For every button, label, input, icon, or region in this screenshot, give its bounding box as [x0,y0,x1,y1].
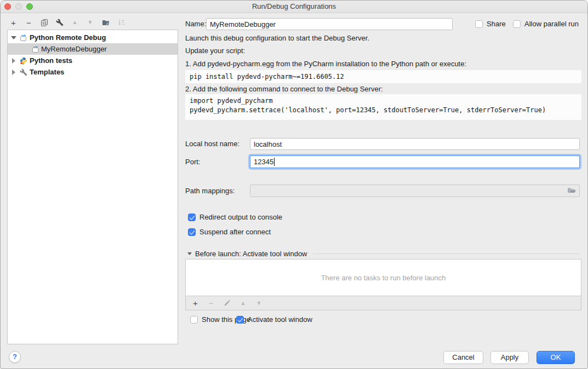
activate-tool-window-label: Activate tool window [248,315,312,324]
port-value: 12345 [254,158,273,166]
local-host-name-input[interactable] [250,138,580,150]
tree-item-python-tests[interactable]: Python tests [8,55,178,66]
browse-folder-icon[interactable] [567,187,576,195]
remote-debug-config-icon [32,45,39,53]
add-configuration-icon[interactable]: + [8,17,19,28]
close-window-button[interactable] [4,3,11,10]
sort-configurations-icon [116,17,126,28]
copy-configuration-icon[interactable] [39,17,49,28]
name-label: Name: [185,18,206,30]
share-checkbox-row: Share [475,20,506,28]
chevron-collapsed-icon[interactable] [12,58,15,64]
tree-item-python-remote-debug[interactable]: Python Remote Debug [8,32,178,43]
name-input[interactable] [206,18,453,30]
activate-tool-window-checkbox[interactable] [236,316,244,324]
intro-line-2: Update your script: [185,47,245,55]
tree-item-label: Python Remote Debug [30,33,106,42]
code-import-line: import pydevd_pycharm [190,97,273,105]
suspend-after-connect-row: Suspend after connect [188,228,271,236]
minimize-window-button [15,3,22,10]
tree-item-label: MyRemoteDebugger [41,45,107,53]
allow-parallel-run-checkbox[interactable] [513,20,521,28]
move-up-icon: ▲ [70,17,80,28]
step-1-text: 1. Add pydevd-pycharm.egg from the PyCha… [185,60,466,68]
activate-tool-window-row: Activate tool window [236,315,312,324]
ok-button[interactable]: OK [536,351,575,364]
python-tests-icon [20,57,27,65]
templates-wrench-icon [20,68,27,76]
move-down-icon: ▼ [85,17,95,28]
before-launch-title: Before launch: Activate tool window [195,250,307,258]
before-launch-toolbar: + − ▲ ▼ [185,296,581,310]
chevron-expanded-icon[interactable] [11,36,16,39]
tree-item-label: Templates [30,68,64,76]
move-task-up-icon: ▲ [238,298,248,309]
port-input[interactable]: 12345 [250,155,580,168]
pip-install-code-snippet[interactable]: pip install pydevd-pycharm~=191.6605.12 [185,70,581,83]
remote-debug-config-icon [20,34,27,42]
run-debug-configurations-dialog: Run/Debug Configurations + − ▲ ▼ [0,0,588,369]
section-divider [313,253,580,254]
configurations-toolbar: + − ▲ ▼ [8,16,126,29]
traffic-lights [4,3,33,10]
path-mappings-input[interactable] [250,184,580,197]
settrace-code-snippet[interactable]: import pydevd_pycharm pydevd_pycharm.set… [185,94,581,120]
edit-defaults-wrench-icon[interactable] [54,17,65,28]
move-task-down-icon: ▼ [254,298,264,309]
redirect-output-checkbox[interactable] [188,214,196,221]
text-caret [274,158,275,166]
show-this-page-checkbox[interactable] [190,316,198,324]
window-title: Run/Debug Configurations [1,1,587,13]
allow-parallel-run-label: Allow parallel run [524,20,579,28]
titlebar[interactable]: Run/Debug Configurations [1,1,587,13]
tree-item-templates[interactable]: Templates [8,66,178,78]
before-launch-tasks-list[interactable]: There are no tasks to run before launch [185,259,581,296]
tree-item-myremotedebugger[interactable]: MyRemoteDebugger [8,43,178,55]
path-mappings-label: Path mappings: [185,184,235,197]
suspend-after-connect-checkbox[interactable] [188,228,196,236]
edit-task-pencil-icon [222,298,232,309]
step-2-text: 2. Add the following command to connect … [185,85,383,93]
remove-configuration-icon[interactable]: − [24,17,34,28]
configurations-tree: Python Remote Debug MyRemoteDebugger [7,30,178,344]
tree-item-label: Python tests [30,56,72,65]
apply-button[interactable]: Apply [490,351,529,364]
section-expanded-icon[interactable] [187,252,192,255]
intro-line-1: Launch this debug configuration to start… [185,34,369,42]
chevron-collapsed-icon[interactable] [12,70,15,75]
before-launch-header[interactable]: Before launch: Activate tool window [187,250,580,258]
remove-task-icon: − [206,298,216,309]
zoom-window-button[interactable] [26,3,33,10]
help-button[interactable]: ? [9,351,21,363]
suspend-after-connect-label: Suspend after connect [199,228,271,236]
tasks-empty-message: There are no tasks to run before launch [321,274,446,282]
redirect-output-label: Redirect output to console [199,213,282,221]
port-label: Port: [185,155,200,168]
question-icon: ? [13,353,17,361]
allow-parallel-run-checkbox-row: Allow parallel run [513,20,579,28]
add-task-icon[interactable]: + [190,298,201,309]
new-folder-icon[interactable] [100,17,111,28]
share-label: Share [487,20,506,28]
local-host-name-label: Local host name: [185,138,239,150]
code-settrace-line: pydevd_pycharm.settrace('localhost', por… [190,106,546,114]
share-checkbox[interactable] [475,20,483,28]
redirect-output-row: Redirect output to console [188,213,282,221]
cancel-button[interactable]: Cancel [443,351,483,364]
